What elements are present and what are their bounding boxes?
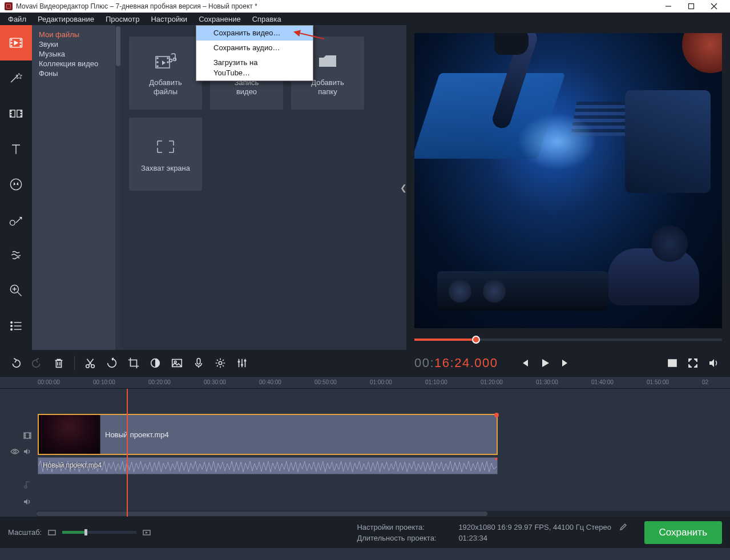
cut-button[interactable] xyxy=(80,353,100,373)
video-clip-label: Новый проект.mp4 xyxy=(100,430,169,439)
prev-frame-button[interactable] xyxy=(516,354,533,372)
menu-save[interactable]: Сохранение xyxy=(193,14,247,25)
dropdown-save-audio[interactable]: Сохранить аудио… xyxy=(196,41,313,55)
progress-knob-icon[interactable] xyxy=(472,336,480,344)
crop-button[interactable] xyxy=(124,353,143,373)
project-settings-label: Настройки проекта: xyxy=(357,523,454,531)
menu-view[interactable]: Просмотр xyxy=(100,14,145,25)
svg-rect-48 xyxy=(197,358,200,364)
rotate-button[interactable] xyxy=(102,353,122,373)
audio-mute-toggle[interactable] xyxy=(0,496,35,507)
dropdown-upload-youtube[interactable]: Загрузить на YouTube… xyxy=(196,55,313,80)
zoom-out-button[interactable] xyxy=(47,528,57,537)
menu-help[interactable]: Справка xyxy=(247,14,287,25)
minimize-button[interactable] xyxy=(657,0,680,13)
svg-point-26 xyxy=(11,322,13,324)
timeline-scrollbar[interactable] xyxy=(37,511,730,517)
edit-settings-button[interactable] xyxy=(619,523,627,531)
ruler-tick: 01:20:00 xyxy=(481,379,503,385)
timeline-ruler[interactable]: 00:00:00 00:10:00 00:20:00 00:30:00 00:4… xyxy=(0,376,730,389)
audio-track-label[interactable] xyxy=(0,479,35,490)
settings-button[interactable] xyxy=(211,353,230,373)
menu-file[interactable]: Файл xyxy=(2,14,32,25)
svg-point-14 xyxy=(11,111,11,111)
tool-more[interactable] xyxy=(0,308,32,344)
ruler-tick: 01:10:00 xyxy=(425,379,447,385)
svg-point-8 xyxy=(11,45,12,46)
menu-edit[interactable]: Редактирование xyxy=(32,14,100,25)
ruler-tick: 02 xyxy=(702,379,708,385)
equalizer-button[interactable] xyxy=(232,353,252,373)
zoom-slider[interactable] xyxy=(62,531,136,534)
project-settings-value: 1920x1080 16:9 29.97 FPS, 44100 Гц Стере… xyxy=(458,523,611,531)
tile-screen-capture[interactable]: Захват экрана xyxy=(129,118,202,191)
tile-add-files-label: Добавить файлы xyxy=(149,78,182,97)
source-video-collection[interactable]: Коллекция видео xyxy=(32,59,121,69)
playback-toolbar: 00:16:24.000 xyxy=(406,350,730,376)
music-note-icon xyxy=(23,480,32,489)
menu-settings[interactable]: Настройки xyxy=(145,14,193,25)
svg-point-36 xyxy=(167,58,168,59)
source-my-files[interactable]: Мои файлы xyxy=(32,30,121,39)
close-button[interactable] xyxy=(703,0,725,13)
tile-add-files[interactable]: Добавить файлы xyxy=(129,37,202,110)
save-button[interactable]: Сохранить xyxy=(644,521,722,544)
svg-point-21 xyxy=(10,220,15,225)
clip-end-handle[interactable] xyxy=(495,457,498,460)
video-preview[interactable] xyxy=(414,33,722,328)
collapse-panel-button[interactable]: ❮ xyxy=(400,183,407,192)
preview-progress[interactable] xyxy=(414,333,722,347)
audio-clip[interactable]: Новый проект.mp4 xyxy=(38,457,498,474)
clip-thumbnail xyxy=(39,415,100,454)
volume-button[interactable] xyxy=(705,354,722,372)
svg-point-16 xyxy=(11,116,11,116)
source-music[interactable]: Музыка xyxy=(32,49,121,59)
color-button[interactable] xyxy=(146,353,165,373)
source-backgrounds[interactable]: Фоны xyxy=(32,69,121,78)
svg-rect-63 xyxy=(49,530,55,535)
zoom-fit-button[interactable] xyxy=(142,528,151,537)
svg-point-15 xyxy=(11,113,11,114)
tool-animation[interactable] xyxy=(0,237,32,273)
tool-transitions[interactable] xyxy=(0,96,32,131)
undo-button[interactable] xyxy=(6,353,25,373)
playhead[interactable] xyxy=(127,389,128,517)
mic-button[interactable] xyxy=(189,353,208,373)
delete-button[interactable] xyxy=(49,353,68,373)
svg-rect-52 xyxy=(244,360,247,362)
svg-point-7 xyxy=(11,42,12,43)
tool-filters[interactable] xyxy=(0,61,32,96)
play-button[interactable] xyxy=(537,354,554,372)
tile-add-folder-label: Добавить папку xyxy=(311,78,344,97)
picture-button[interactable] xyxy=(167,353,187,373)
video-visibility-toggle[interactable] xyxy=(0,446,35,457)
clip-end-handle[interactable] xyxy=(494,413,499,417)
maximize-button[interactable] xyxy=(680,0,703,13)
timecode-main: 16:24.000 xyxy=(434,356,498,370)
source-sounds[interactable]: Звуки xyxy=(32,39,121,49)
fullscreen-button[interactable] xyxy=(684,354,701,372)
timeline[interactable]: Новый проект.mp4 Новый проект.mp4 xyxy=(0,389,730,517)
svg-point-35 xyxy=(157,66,158,67)
menubar: Файл Редактирование Просмотр Настройки С… xyxy=(0,13,730,25)
tool-stickers[interactable] xyxy=(0,167,32,202)
tool-callouts[interactable] xyxy=(0,202,32,237)
video-track-label[interactable] xyxy=(0,430,35,441)
eye-icon xyxy=(10,447,19,456)
tool-titles[interactable] xyxy=(0,131,32,167)
ruler-tick: 00:10:00 xyxy=(93,379,115,385)
source-scrollbar[interactable] xyxy=(115,25,121,350)
redo-button[interactable] xyxy=(27,353,47,373)
app-logo-icon xyxy=(5,2,13,10)
tool-zoom[interactable] xyxy=(0,273,32,308)
tool-import[interactable] xyxy=(0,25,32,61)
svg-point-34 xyxy=(157,62,158,63)
ruler-tick: 01:30:00 xyxy=(536,379,558,385)
next-frame-button[interactable] xyxy=(557,354,574,372)
svg-point-55 xyxy=(25,433,25,434)
loop-button[interactable] xyxy=(664,354,681,372)
track-labels xyxy=(0,389,35,517)
svg-point-60 xyxy=(29,437,30,437)
video-clip[interactable]: Новый проект.mp4 xyxy=(38,414,498,455)
film-music-icon xyxy=(154,50,177,72)
